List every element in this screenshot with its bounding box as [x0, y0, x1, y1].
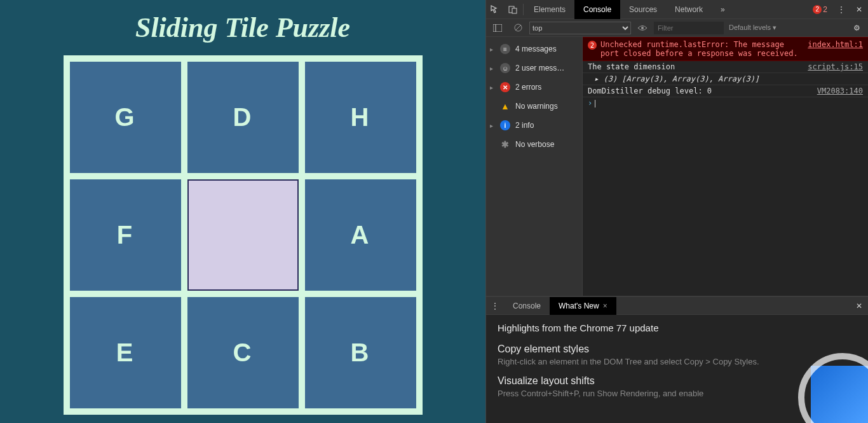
close-tab-icon[interactable]: ×: [603, 302, 607, 310]
tile[interactable]: C: [187, 297, 299, 408]
drawer-close-icon[interactable]: ✕: [850, 302, 868, 310]
drawer-tab-whatsnew[interactable]: What's New×: [550, 297, 616, 315]
sidebar-user-messages[interactable]: ▸☺2 user mess…: [486, 59, 582, 78]
svg-rect-2: [493, 24, 502, 32]
log-source-link[interactable]: index.html:1: [808, 40, 863, 58]
tile[interactable]: B: [305, 297, 416, 408]
device-icon[interactable]: [504, 1, 522, 18]
page-title: Sliding Tile Puzzle: [135, 11, 350, 44]
close-icon[interactable]: ✕: [850, 1, 868, 18]
tab-elements[interactable]: Elements: [525, 0, 574, 19]
puzzle-board: G D H F A E C B: [64, 55, 423, 415]
tab-overflow[interactable]: »: [712, 0, 734, 19]
console-body: ▸≡4 messages ▸☺2 user mess… ▸✕2 errors ▲…: [486, 37, 868, 296]
sidebar-messages[interactable]: ▸≡4 messages: [486, 39, 582, 59]
sidebar-errors[interactable]: ▸✕2 errors: [486, 78, 582, 97]
console-prompt[interactable]: ›: [583, 97, 868, 109]
whatsnew-item-body: Right-click an element in the DOM Tree a…: [498, 356, 857, 368]
tab-network[interactable]: Network: [666, 0, 712, 19]
devtools-tabbar: Elements Console Sources Network » 2 2 ⋮…: [486, 0, 868, 19]
context-select[interactable]: top: [529, 22, 631, 34]
svg-point-6: [641, 27, 644, 29]
log-message: Unchecked runtime.lastError: The message…: [600, 40, 803, 58]
puzzle-app: Sliding Tile Puzzle G D H F A E C B: [0, 0, 485, 423]
tile-empty: [187, 179, 299, 291]
devtools-drawer: ⋮ Console What's New× ✕ Highlights from …: [486, 296, 868, 423]
tab-console[interactable]: Console: [574, 0, 620, 19]
separator: [523, 4, 524, 15]
drawer-content: Highlights from the Chrome 77 update Cop…: [486, 315, 868, 423]
inspect-icon[interactable]: [486, 1, 504, 18]
console-toolbar: top Default levels ▾ ⚙: [486, 19, 868, 37]
tile[interactable]: H: [305, 62, 416, 173]
clear-console-icon[interactable]: [509, 19, 527, 37]
log-message: ▸ (3) [Array(3), Array(3), Array(3)]: [594, 74, 863, 83]
tile[interactable]: D: [187, 62, 299, 173]
log-message: The state dimension: [588, 62, 803, 71]
log-message: DomDistiller debug level: 0: [588, 87, 812, 95]
console-log: 2 Unchecked runtime.lastError: The messa…: [583, 37, 868, 296]
drawer-tabbar: ⋮ Console What's New× ✕: [486, 297, 868, 315]
tile[interactable]: E: [70, 297, 181, 408]
whatsnew-heading: Highlights from the Chrome 77 update: [498, 322, 857, 333]
log-error-row[interactable]: 2 Unchecked runtime.lastError: The messa…: [583, 37, 868, 61]
filter-input[interactable]: [654, 22, 724, 34]
settings-gear-icon[interactable]: ⚙: [848, 19, 865, 37]
promo-image: [811, 366, 868, 423]
error-count-badge[interactable]: 2: [813, 5, 822, 14]
sidebar-warnings[interactable]: ▲No warnings: [486, 97, 582, 116]
devtools-panel: Elements Console Sources Network » 2 2 ⋮…: [485, 0, 868, 423]
sidebar-toggle-icon[interactable]: [489, 19, 506, 37]
whatsnew-item-title: Copy element styles: [498, 343, 857, 355]
eye-icon[interactable]: [634, 19, 651, 37]
tile[interactable]: F: [70, 179, 181, 291]
log-row[interactable]: The state dimension script.js:15: [583, 61, 868, 73]
sidebar-info[interactable]: ▸i2 info: [486, 116, 582, 135]
tile[interactable]: G: [70, 62, 181, 173]
sidebar-verbose[interactable]: ✱No verbose: [486, 135, 582, 154]
svg-rect-1: [512, 8, 517, 13]
drawer-tab-console[interactable]: Console: [504, 297, 550, 315]
drawer-menu-icon[interactable]: ⋮: [486, 302, 504, 310]
log-source-link[interactable]: VM2083:140: [817, 87, 863, 95]
log-row[interactable]: DomDistiller debug level: 0 VM2083:140: [583, 85, 868, 97]
log-source-link[interactable]: script.js:15: [808, 62, 863, 71]
tab-sources[interactable]: Sources: [620, 0, 666, 19]
console-sidebar: ▸≡4 messages ▸☺2 user mess… ▸✕2 errors ▲…: [486, 37, 583, 296]
error-count-text[interactable]: 2: [823, 5, 827, 14]
tile[interactable]: A: [305, 179, 416, 291]
log-row[interactable]: ▸ (3) [Array(3), Array(3), Array(3)]: [583, 73, 868, 85]
svg-line-5: [515, 25, 521, 31]
error-badge-icon: 2: [588, 41, 597, 50]
log-levels-select[interactable]: Default levels ▾: [729, 24, 776, 32]
kebab-menu-icon[interactable]: ⋮: [832, 1, 850, 18]
